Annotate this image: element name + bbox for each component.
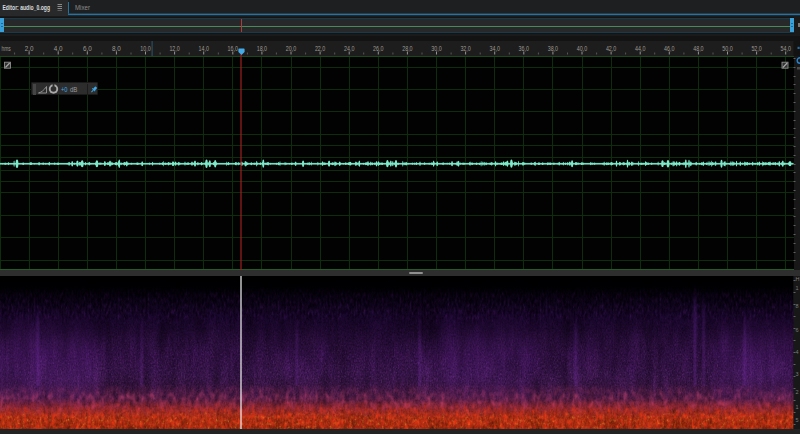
svg-text:3: 3	[796, 371, 799, 377]
svg-text:26,0: 26,0	[373, 44, 384, 53]
svg-text:42,0: 42,0	[606, 44, 617, 53]
svg-text:4,0: 4,0	[54, 44, 63, 53]
svg-text:16,0: 16,0	[228, 44, 239, 53]
svg-text:36,0: 36,0	[519, 44, 530, 53]
svg-text:50,0: 50,0	[722, 44, 733, 53]
svg-text:44,0: 44,0	[635, 44, 646, 53]
svg-text:Mixer: Mixer	[75, 3, 91, 12]
svg-text:2,0: 2,0	[25, 44, 34, 53]
svg-text:6,0: 6,0	[83, 44, 92, 53]
svg-text:24,0: 24,0	[344, 44, 355, 53]
svg-text:6: 6	[796, 327, 799, 333]
svg-text:1: 1	[796, 404, 799, 410]
svg-text:8: 8	[796, 303, 799, 309]
svg-text:12,0: 12,0	[169, 44, 180, 53]
svg-text:4: 4	[796, 349, 799, 355]
svg-text:+0: +0	[61, 86, 68, 93]
svg-text:10,0: 10,0	[140, 44, 151, 53]
svg-text:30,0: 30,0	[431, 44, 442, 53]
svg-text:52,0: 52,0	[751, 44, 762, 53]
svg-text:18,0: 18,0	[257, 44, 268, 53]
svg-text:2: 2	[796, 389, 799, 395]
svg-text:Editor: audio_0.ogg: Editor: audio_0.ogg	[3, 4, 51, 12]
svg-text:14,0: 14,0	[199, 44, 210, 53]
svg-text:38,0: 38,0	[548, 44, 559, 53]
svg-text:20,0: 20,0	[286, 44, 297, 53]
svg-text:28,0: 28,0	[402, 44, 413, 53]
svg-text:1: 1	[796, 285, 799, 291]
svg-text:34,0: 34,0	[490, 44, 501, 53]
svg-text:48,0: 48,0	[693, 44, 704, 53]
svg-text:hms: hms	[2, 44, 11, 53]
svg-text:54,0: 54,0	[781, 44, 792, 53]
svg-text:5: 5	[796, 417, 799, 423]
svg-text:dB: dB	[70, 86, 78, 93]
svg-text:46,0: 46,0	[664, 44, 675, 53]
svg-text:40,0: 40,0	[577, 44, 588, 53]
svg-text:8,0: 8,0	[112, 44, 121, 53]
svg-text:32,0: 32,0	[460, 44, 471, 53]
svg-text:22,0: 22,0	[315, 44, 326, 53]
svg-text:H: H	[796, 276, 800, 282]
